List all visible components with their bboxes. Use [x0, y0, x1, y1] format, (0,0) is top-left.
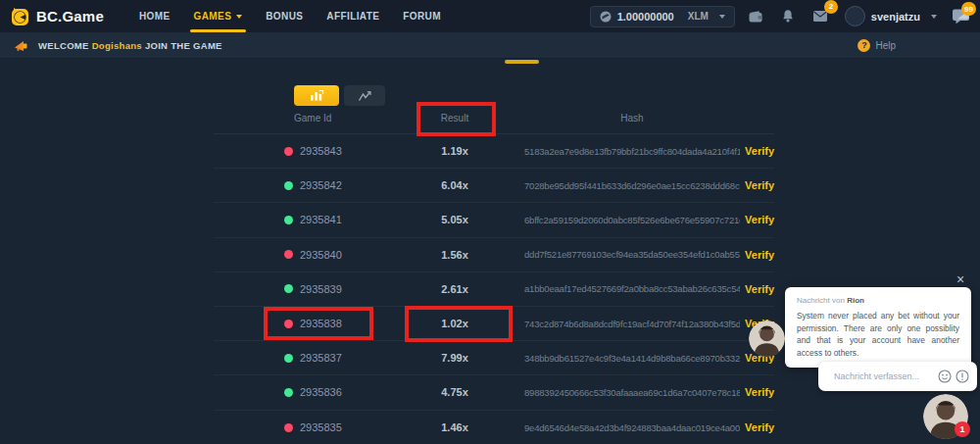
verify-link[interactable]: Verify — [740, 214, 774, 225]
announcement-suffix: JOIN THE GAME — [145, 40, 222, 51]
bcgame-logo-icon — [10, 7, 29, 26]
nav-affiliate[interactable]: AFFILIATE — [326, 0, 379, 32]
username: svenjatzu — [871, 11, 920, 23]
hash-value: 743c2d874b6d8a8dcdf9fc19acf4d70f74f12a38… — [524, 319, 740, 329]
chat-message-input[interactable] — [834, 371, 938, 381]
game-history-table: Game Id Result Hash 29358431.19x5183a2ea… — [214, 103, 774, 444]
status-dot-icon — [284, 216, 293, 224]
help-label: Help — [875, 40, 896, 51]
game-id-cell: 2935838 — [214, 318, 385, 329]
notifications-button[interactable] — [776, 6, 800, 27]
chat-input-bar — [818, 362, 977, 391]
brand-logo[interactable]: BC.Game — [10, 7, 104, 26]
verify-link[interactable]: Verify — [740, 421, 774, 433]
result-value: 6.04x — [385, 179, 524, 191]
game-id-cell: 2935842 — [214, 179, 385, 191]
chat-launcher-avatar[interactable]: 1 — [923, 394, 968, 439]
game-id: 2935837 — [300, 352, 342, 364]
unread-count-badge: 1 — [955, 421, 970, 437]
table-row: 29358381.02x743c2d874b6d8a8dcdf9fc19acf4… — [214, 307, 774, 341]
header-result: Result — [385, 113, 524, 123]
result-value: 2.61x — [385, 283, 524, 295]
nav-games[interactable]: GAMES — [194, 0, 243, 32]
emoji-icon[interactable] — [938, 370, 952, 383]
balance-currency: XLM — [688, 11, 709, 22]
bell-icon — [781, 9, 795, 24]
bc-game-app: BC.Game HOME GAMES BONUS AFFILIATE FORUM… — [0, 0, 980, 444]
table-row: 29358364.75x8988392450666c53f30afaaaea69… — [214, 375, 774, 410]
game-id-cell: 2935836 — [214, 386, 385, 398]
chat-toggle-button[interactable]: 99 — [952, 8, 970, 25]
nav-home[interactable]: HOME — [139, 0, 171, 32]
game-id: 2935835 — [300, 421, 342, 433]
status-dot-icon — [284, 147, 293, 156]
result-value: 1.02x — [385, 318, 524, 329]
user-menu[interactable]: svenjatzu — [845, 6, 937, 26]
game-id-cell: 2935837 — [214, 352, 385, 364]
game-id: 2935842 — [300, 179, 342, 191]
announcement-prefix: WELCOME — [38, 40, 89, 51]
active-tab-indicator — [505, 60, 539, 64]
header-hash: Hash — [524, 113, 740, 123]
game-id-cell: 2935840 — [214, 249, 385, 261]
wallet-button[interactable] — [744, 6, 767, 27]
verify-link[interactable]: Verify — [740, 283, 774, 295]
chat-message-popup: Nachricht von Rion System never placed a… — [785, 287, 971, 368]
result-value: 7.99x — [385, 352, 524, 364]
nav-bonus[interactable]: BONUS — [266, 0, 303, 32]
coin-icon — [600, 11, 612, 23]
hash-value: 9e4d6546d4e58a42d3b4f924883baa4daac019ce… — [524, 422, 740, 433]
main-nav: HOME GAMES BONUS AFFILIATE FORUM — [139, 0, 441, 32]
status-dot-icon — [284, 423, 293, 432]
verify-link[interactable]: Verify — [740, 386, 774, 398]
table-body: 29358431.19x5183a2ea7e9d8e13fb79bbf21bc9… — [214, 134, 774, 444]
verify-link[interactable]: Verify — [740, 249, 774, 261]
message-sender-name: Rion — [847, 296, 864, 305]
game-id: 2935838 — [300, 318, 342, 329]
game-id: 2935841 — [300, 214, 342, 225]
table-row: 29358401.56xddd7f521e87769103ecf94ea35da… — [214, 238, 774, 272]
verify-link[interactable]: Verify — [740, 179, 774, 191]
input-icons — [938, 370, 969, 383]
hash-value: 7028be95dd95f441b633d6d296e0ae15cc6238dd… — [524, 180, 740, 191]
chevron-down-icon — [931, 15, 937, 19]
help-button[interactable]: ? Help — [858, 39, 896, 52]
mail-badge: 2 — [824, 0, 838, 14]
trend-chart-icon — [358, 90, 372, 102]
chevron-down-icon — [719, 15, 725, 19]
status-dot-icon — [284, 354, 293, 363]
table-row: 29358415.05x6bffc2a59159d2060d0abc85f526… — [214, 203, 774, 237]
game-id-cell: 2935843 — [214, 145, 385, 157]
wallet-icon — [748, 10, 763, 24]
result-value: 1.46x — [385, 421, 524, 433]
status-dot-icon — [284, 250, 293, 259]
sender-avatar — [749, 321, 785, 357]
verify-link[interactable]: Verify — [740, 145, 774, 157]
hash-value: ddd7f521e87769103ecf94ea35da50ee354efd1c… — [524, 249, 740, 260]
announcement-username: Dogishans — [92, 40, 142, 51]
megaphone-icon — [14, 39, 28, 52]
header-game-id: Game Id — [214, 113, 385, 123]
message-from-label: Nachricht von Rion — [797, 296, 959, 305]
table-header-row: Game Id Result Hash — [214, 103, 774, 134]
status-dot-icon — [284, 320, 293, 328]
nav-forum[interactable]: FORUM — [403, 0, 441, 32]
chevron-down-icon — [236, 15, 242, 19]
status-dot-icon — [284, 388, 293, 397]
close-icon[interactable]: × — [956, 272, 964, 286]
balance-selector[interactable]: 1.00000000 XLM — [590, 6, 735, 27]
chat-badge: 99 — [961, 2, 976, 16]
table-row: 29358377.99x348bb9db61527e4c9f3e4a1414d9… — [214, 341, 774, 375]
game-id: 2935843 — [300, 145, 342, 157]
message-label-text: Nachricht von — [797, 296, 845, 305]
status-dot-icon — [284, 284, 293, 293]
table-row: 29358431.19x5183a2ea7e9d8e13fb79bbf21bc9… — [214, 134, 774, 169]
game-id: 2935839 — [300, 283, 342, 295]
person-photo-icon — [749, 321, 785, 357]
info-icon[interactable] — [956, 370, 969, 383]
hash-value: a1bb0eaaf17ed4527669f2a0bba8cc53abab26c6… — [524, 283, 740, 294]
table-row: 29358392.61xa1bb0eaaf17ed4527669f2a0bba8… — [214, 272, 774, 307]
nav-games-label: GAMES — [194, 11, 232, 22]
top-navbar: BC.Game HOME GAMES BONUS AFFILIATE FORUM… — [0, 0, 980, 32]
messages-button[interactable]: 2 — [808, 6, 832, 27]
